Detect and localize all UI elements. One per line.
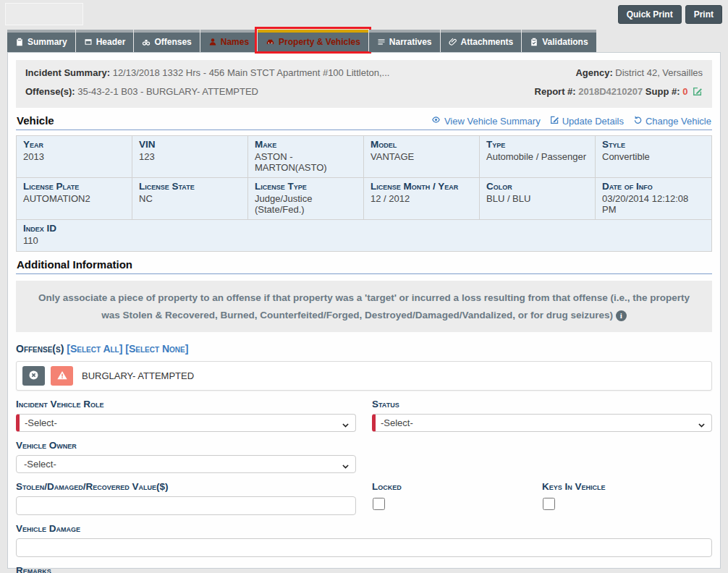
- incident-summary-value: 12/13/2018 1332 Hrs - 456 Main STCT Apar…: [113, 67, 390, 78]
- vehicle-damage-label: Vehicle Damage: [16, 523, 712, 534]
- keys-in-vehicle-checkbox[interactable]: [543, 498, 555, 510]
- status-field: Status -Select-: [372, 391, 712, 432]
- print-button[interactable]: Print: [685, 5, 722, 24]
- vehicle-field-license-state: License State NC: [132, 178, 248, 220]
- clipboard-icon: [15, 38, 24, 46]
- vehicle-field-index-id: Index ID 110: [17, 220, 711, 251]
- offense-warning-button[interactable]: [51, 366, 73, 386]
- vehicle-field-license-type: License Type Judge/Justice (State/Fed.): [248, 178, 364, 220]
- tab-summary[interactable]: Summary: [7, 30, 75, 52]
- locked-field: Locked: [372, 473, 542, 515]
- incident-summary-label: Incident Summary:: [25, 67, 110, 78]
- list-icon: [377, 38, 386, 46]
- clipboard-check-icon: [530, 38, 538, 46]
- vehicle-field-color: Color BLU / BLU: [480, 178, 596, 220]
- offenses-select-label: Offense(s): [16, 343, 64, 355]
- tab-label: Header: [96, 37, 126, 47]
- offenses-label: Offense(s):: [25, 86, 75, 97]
- incident-vehicle-role-label: Incident Vehicle Role: [16, 399, 356, 409]
- vehicle-field-vin: VIN 123: [132, 136, 248, 178]
- tab-label: Narratives: [389, 37, 432, 47]
- action-label: View Vehicle Summary: [444, 116, 541, 127]
- action-label: Update Details: [562, 116, 624, 127]
- car-icon: [266, 38, 275, 46]
- window-icon: [84, 38, 93, 46]
- circle-x-icon: [28, 370, 39, 383]
- warning-triangle-icon: [56, 370, 68, 383]
- report-number-label: Report #:: [535, 86, 576, 97]
- handcuffs-icon: [142, 38, 151, 46]
- change-vehicle-link[interactable]: Change Vehicle: [633, 115, 711, 127]
- keys-in-vehicle-label: Keys In Vehicle: [542, 481, 712, 492]
- vehicle-field-license-plate: License Plate AUTOMATION2: [17, 178, 132, 220]
- agency-value: District 42, Versailles: [615, 67, 703, 78]
- offense-select-row: Offense(s) [Select All] [Select None]: [16, 343, 712, 355]
- incident-vehicle-role-select[interactable]: -Select-: [16, 414, 356, 432]
- vehicle-owner-label: Vehicle Owner: [16, 440, 356, 451]
- undo-icon: [633, 115, 643, 127]
- person-icon: [208, 38, 217, 46]
- additional-info-title: Additional Information: [17, 258, 132, 271]
- supp-number-label: Supp #:: [646, 86, 680, 97]
- vehicle-field-license-month-year: License Month / Year 12 / 2012: [364, 178, 480, 220]
- agency-label: Agency:: [575, 67, 612, 78]
- edit-square-icon: [550, 115, 559, 127]
- locked-label: Locked: [372, 481, 542, 492]
- logo-placeholder: [5, 3, 83, 25]
- additional-info-header: Additional Information: [16, 252, 712, 274]
- vehicle-field-style: Style Convertible: [596, 136, 711, 178]
- eye-icon: [431, 115, 441, 127]
- view-vehicle-summary-link[interactable]: View Vehicle Summary: [431, 115, 541, 127]
- update-details-link[interactable]: Update Details: [550, 115, 624, 127]
- vehicle-owner-select[interactable]: -Select-: [16, 455, 356, 473]
- incident-vehicle-role-field: Incident Vehicle Role -Select-: [16, 391, 356, 432]
- tab-validations[interactable]: Validations: [522, 30, 596, 52]
- vehicle-section-header: Vehicle View Vehicle Summary Update Deta…: [16, 108, 712, 130]
- info-icon[interactable]: i: [616, 310, 627, 321]
- tab-label: Offenses: [154, 37, 191, 47]
- tab-label: Property & Vehicles: [279, 37, 360, 47]
- select-none-link[interactable]: [Select None]: [125, 343, 188, 355]
- tab-label: Summary: [27, 37, 67, 47]
- vehicle-actions: View Vehicle Summary Update Details Chan…: [431, 115, 711, 127]
- stolen-value-input[interactable]: [16, 496, 356, 515]
- tab-attachments[interactable]: Attachments: [441, 30, 522, 52]
- stolen-value-label: Stolen/Damaged/Recovered Value($): [16, 481, 356, 492]
- edit-report-icon[interactable]: [693, 88, 703, 98]
- offense-item-row: BURGLARY- ATTEMPTED: [16, 361, 712, 391]
- vehicle-field-date-of-info: Date of Info 03/20/2014 12:12:08 PM: [596, 178, 711, 220]
- vehicle-field-make: Make ASTON - MARTON(ASTO): [248, 136, 364, 178]
- tab-label: Validations: [542, 37, 588, 47]
- supp-number-value: 0: [682, 86, 687, 97]
- main-panel: Incident Summary: 12/13/2018 1332 Hrs - …: [7, 52, 721, 569]
- notice-text: Only associate a piece of property to an…: [38, 292, 690, 321]
- locked-checkbox[interactable]: [373, 498, 385, 510]
- vehicle-field-year: Year 2013: [17, 136, 132, 178]
- tab-header[interactable]: Header: [76, 30, 134, 52]
- tab-names[interactable]: Names: [200, 30, 257, 52]
- vehicle-details-table: Year 2013 VIN 123 Make ASTON - MARTON(AS…: [16, 135, 712, 252]
- select-all-link[interactable]: [Select All]: [67, 343, 122, 355]
- quick-print-button[interactable]: Quick Print: [618, 5, 682, 24]
- tab-label: Attachments: [461, 37, 514, 47]
- tab-property-vehicles[interactable]: Property & Vehicles: [258, 30, 368, 52]
- status-select[interactable]: -Select-: [372, 414, 712, 432]
- vehicle-damage-input[interactable]: [16, 538, 712, 557]
- remarks-field: Remarks: [16, 565, 712, 573]
- paperclip-icon: [449, 38, 457, 46]
- tab-label: Names: [221, 37, 249, 47]
- remarks-label: Remarks: [16, 565, 712, 573]
- top-bar: Quick Print Print: [0, 0, 728, 27]
- offenses-value: 35-43-2-1 B03 - BURGLARY- ATTEMPTED: [77, 86, 258, 97]
- vehicle-field-type: Type Automobile / Passenger: [480, 136, 596, 178]
- vehicle-section-title: Vehicle: [17, 114, 54, 127]
- deselect-offense-button[interactable]: [22, 366, 45, 386]
- vehicle-damage-field: Vehicle Damage: [16, 523, 712, 557]
- stolen-value-field: Stolen/Damaged/Recovered Value($): [16, 473, 356, 515]
- report-number-value: 2018D4210207: [578, 86, 643, 97]
- keys-in-vehicle-field: Keys In Vehicle: [542, 473, 712, 515]
- tab-narratives[interactable]: Narratives: [369, 30, 440, 52]
- print-button-group: Quick Print Print: [618, 5, 722, 24]
- tab-bar: Summary Header Offenses Names Property &…: [0, 27, 728, 52]
- tab-offenses[interactable]: Offenses: [134, 30, 199, 52]
